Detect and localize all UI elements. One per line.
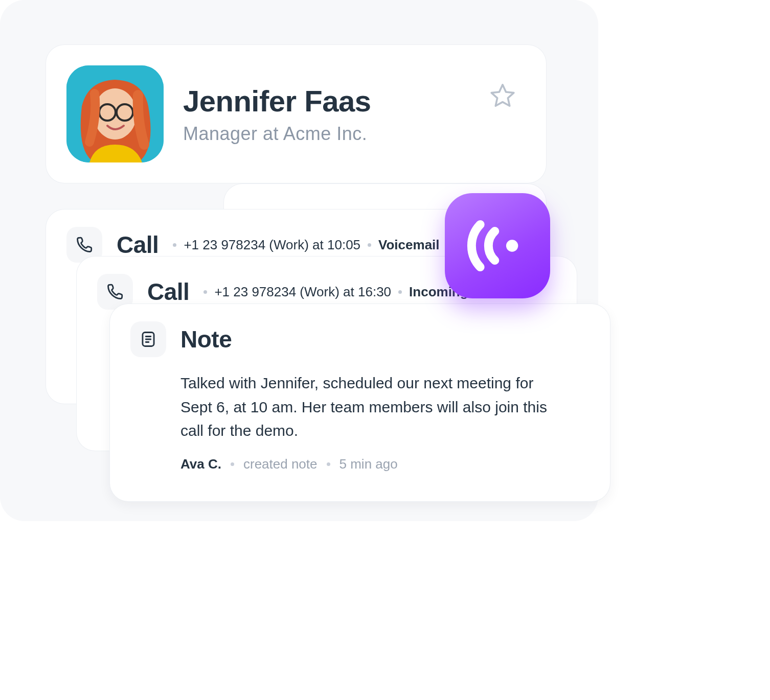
phone-icon (105, 282, 125, 301)
phone-icon (75, 235, 94, 254)
note-footer: Ava C. created note 5 min ago (180, 456, 590, 472)
activity-status: Voicemail (378, 237, 439, 253)
contact-title: Manager at Acme Inc. (183, 123, 371, 145)
activity-heading: Call (147, 278, 189, 306)
star-icon (489, 82, 516, 109)
note-icon-tile (130, 321, 166, 357)
note-time: 5 min ago (339, 456, 398, 472)
contact-name: Jennifer Faas (183, 84, 371, 118)
contact-card: Jennifer Faas Manager at Acme Inc. (46, 45, 546, 183)
activity-number: +1 23 978234 (Work) at 10:05 (184, 237, 360, 253)
note-author: Ava C. (180, 456, 221, 472)
note-heading: Note (180, 325, 232, 353)
note-action: created note (243, 456, 318, 472)
avatar[interactable] (66, 65, 164, 162)
activity-meta: +1 23 978234 (Work) at 10:05 Voicemail (173, 237, 439, 253)
app-badge[interactable] (445, 193, 550, 298)
broadcast-icon (464, 213, 531, 279)
activity-number: +1 23 978234 (Work) at 16:30 (214, 284, 391, 300)
note-body: Talked with Jennifer, scheduled our next… (180, 371, 569, 443)
svg-point-9 (506, 240, 518, 251)
activity-heading: Call (117, 231, 158, 259)
activity-card-note[interactable]: Note Talked with Jennifer, scheduled our… (110, 304, 610, 501)
favorite-button[interactable] (489, 82, 516, 109)
stage: Jennifer Faas Manager at Acme Inc. Call … (0, 0, 598, 521)
note-icon (139, 330, 158, 349)
